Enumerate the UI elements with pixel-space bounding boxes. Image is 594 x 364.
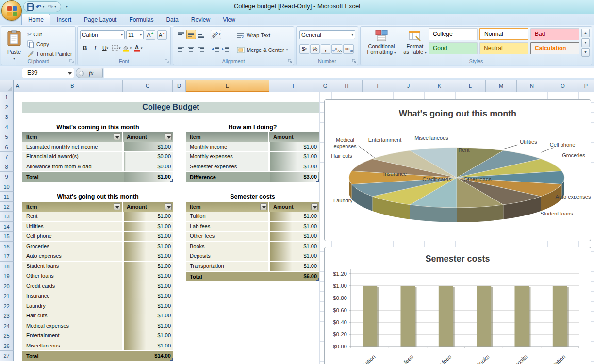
tab-data[interactable]: Data: [160, 14, 184, 26]
font-color-button[interactable]: A▾: [132, 43, 143, 53]
align-center-button[interactable]: [186, 44, 196, 54]
row-header-18[interactable]: 18: [0, 262, 14, 272]
table-going-out-header-item[interactable]: Item: [22, 202, 123, 212]
amount-cell[interactable]: $1.00: [124, 341, 173, 351]
amount-cell[interactable]: $1.00: [124, 311, 173, 321]
select-all-corner[interactable]: [0, 80, 14, 92]
item-cell[interactable]: Hair cuts: [22, 311, 123, 321]
cell-style-normal[interactable]: Normal: [479, 28, 528, 40]
row-header-12[interactable]: 12: [0, 202, 14, 212]
row-header-21[interactable]: 21: [0, 291, 14, 301]
item-cell[interactable]: Insurance: [22, 291, 123, 301]
column-header-F[interactable]: F: [269, 80, 319, 92]
row-header-22[interactable]: 22: [0, 301, 14, 312]
redo-dropdown[interactable]: ▾: [54, 5, 58, 9]
column-header-J[interactable]: J: [393, 80, 424, 92]
redo-button[interactable]: ↷: [47, 2, 54, 11]
amount-cell[interactable]: $1.00: [124, 301, 173, 311]
table-going-out-total-row[interactable]: Total$14.00: [22, 351, 173, 361]
styles-scroll-down[interactable]: ▼: [581, 38, 590, 47]
table-coming-in-header-amount[interactable]: Amount: [123, 132, 173, 142]
item-cell[interactable]: Tuition: [186, 212, 269, 221]
comma-style-button[interactable]: ,: [321, 44, 330, 54]
decrease-indent-button[interactable]: [211, 44, 220, 54]
amount-cell[interactable]: $1.00: [270, 242, 319, 251]
table-semester-header-amount[interactable]: Amount: [269, 202, 319, 212]
format-as-table-button[interactable]: Format as Table ▾: [402, 29, 428, 56]
middle-align-button[interactable]: [186, 30, 196, 39]
table-going-out-header-amount[interactable]: Amount: [123, 202, 173, 212]
grow-font-button[interactable]: A▲: [146, 30, 155, 40]
filter-dropdown-icon[interactable]: [114, 133, 120, 140]
column-header-E[interactable]: E: [186, 80, 269, 92]
top-align-button[interactable]: [176, 30, 186, 39]
item-cell[interactable]: Books: [186, 242, 269, 251]
row-header-14[interactable]: 14: [0, 222, 14, 232]
row-header-23[interactable]: 23: [0, 311, 14, 321]
column-header-N[interactable]: N: [517, 80, 547, 92]
amount-cell[interactable]: $1.00: [270, 262, 319, 271]
bold-button[interactable]: B: [80, 43, 90, 53]
cell-style-neutral[interactable]: Neutral: [479, 42, 528, 54]
office-button[interactable]: [1, 0, 22, 21]
row-header-17[interactable]: 17: [0, 251, 14, 262]
item-cell[interactable]: Monthly expenses: [186, 152, 269, 162]
insert-function-button[interactable]: fx: [76, 68, 103, 78]
item-cell[interactable]: Credit cards: [22, 281, 123, 291]
item-cell[interactable]: Transportation: [186, 262, 269, 271]
item-cell[interactable]: Estimated monthly net income: [22, 142, 123, 152]
wrap-text-button[interactable]: Wrap Text: [235, 31, 272, 40]
filter-dropdown-icon[interactable]: [311, 203, 318, 210]
column-header-C[interactable]: C: [123, 80, 173, 92]
item-cell[interactable]: Allowance from mom & dad: [22, 162, 123, 172]
column-header-M[interactable]: M: [486, 80, 517, 92]
table-coming-in-total-row[interactable]: Total$1.00: [22, 172, 173, 182]
shrink-font-button[interactable]: A▼: [157, 30, 167, 40]
table-doing-total-row[interactable]: Difference$3.00: [186, 172, 319, 182]
align-left-button[interactable]: [176, 44, 186, 54]
italic-button[interactable]: I: [90, 43, 100, 53]
copy-button[interactable]: Copy: [26, 39, 74, 49]
save-button[interactable]: [27, 2, 34, 11]
increase-indent-button[interactable]: [221, 44, 231, 54]
orientation-button[interactable]: ab▾: [211, 30, 221, 39]
tab-view[interactable]: View: [216, 14, 242, 26]
item-cell[interactable]: Other fees: [186, 232, 269, 241]
filter-dropdown-icon[interactable]: [114, 203, 120, 210]
column-header-O[interactable]: O: [547, 80, 578, 92]
row-header-1[interactable]: 1: [0, 92, 14, 102]
bottom-align-button[interactable]: [197, 30, 206, 39]
filter-dropdown-icon[interactable]: [165, 133, 172, 140]
item-cell[interactable]: Rent: [22, 212, 123, 221]
amount-cell[interactable]: $1.00: [124, 251, 173, 261]
row-header-7[interactable]: 7: [0, 152, 14, 162]
customize-qat-button[interactable]: ▾: [63, 3, 71, 11]
column-header-P[interactable]: P: [578, 80, 594, 92]
table-heading-coming-in[interactable]: What's coming in this month: [22, 122, 173, 132]
amount-cell[interactable]: $1.00: [270, 222, 319, 232]
amount-cell[interactable]: $1.00: [270, 232, 319, 241]
name-box[interactable]: E39: [22, 68, 74, 78]
row-header-9[interactable]: 9: [0, 172, 14, 182]
bar-chart-frame[interactable]: Semester costs$1.20$1.00$0.80$0.60$0.40$…: [324, 247, 591, 364]
font-size-combo[interactable]: 11▾: [126, 30, 144, 39]
worksheet-title-cell[interactable]: College Budget: [22, 102, 319, 113]
item-cell[interactable]: Deposits: [186, 251, 269, 261]
item-cell[interactable]: Miscellaneous: [22, 341, 123, 351]
table-heading-going-out[interactable]: What's going out this month: [22, 192, 173, 202]
merge-center-button[interactable]: Merge & Center▾: [235, 45, 289, 55]
table-heading-doing[interactable]: How am I doing?: [186, 122, 319, 132]
amount-cell[interactable]: $1.00: [124, 212, 173, 221]
tab-formulas[interactable]: Formulas: [123, 14, 160, 26]
amount-cell[interactable]: $1.00: [124, 321, 173, 331]
tab-review[interactable]: Review: [185, 14, 216, 26]
column-header-B[interactable]: B: [22, 80, 123, 92]
amount-cell[interactable]: $1.00: [124, 242, 173, 251]
amount-cell[interactable]: $0.00: [124, 152, 173, 162]
font-name-combo[interactable]: Calibri▾: [80, 30, 125, 39]
column-header-L[interactable]: L: [455, 80, 486, 92]
styles-more-button[interactable]: ▼: [581, 48, 590, 57]
item-cell[interactable]: Utilities: [22, 222, 123, 232]
amount-cell[interactable]: $1.00: [270, 251, 319, 261]
undo-button[interactable]: ↶: [34, 2, 42, 11]
